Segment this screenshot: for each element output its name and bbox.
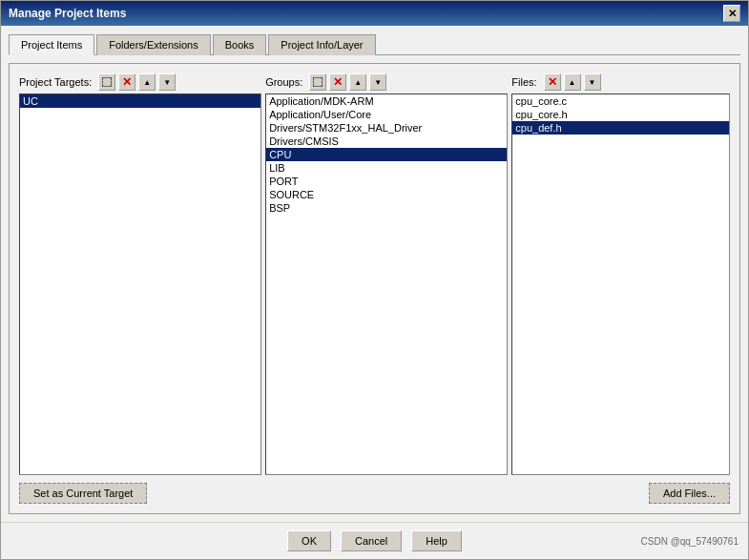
new-icon	[313, 77, 322, 87]
files-panel-header: Files: ✕	[511, 73, 730, 91]
new-icon	[102, 77, 112, 87]
groups-new-button[interactable]	[309, 73, 326, 91]
files-down-button[interactable]	[584, 73, 601, 91]
targets-delete-button[interactable]: ✕	[118, 73, 135, 91]
targets-list[interactable]: UC	[19, 93, 261, 475]
files-label: Files:	[511, 76, 536, 88]
down-arrow-icon	[589, 77, 596, 87]
targets-up-button[interactable]	[138, 73, 156, 91]
down-arrow-icon	[374, 77, 382, 87]
up-arrow-icon	[143, 77, 151, 87]
list-item[interactable]: SOURCE	[266, 188, 507, 201]
list-item[interactable]: PORT	[266, 175, 507, 188]
targets-panel-header: Project Targets: ✕	[19, 73, 261, 91]
files-up-button[interactable]	[564, 73, 581, 91]
files-delete-button[interactable]: ✕	[544, 73, 561, 91]
groups-up-button[interactable]	[349, 73, 366, 91]
groups-label: Groups:	[265, 76, 302, 88]
content-area: Project Targets: ✕	[9, 63, 740, 514]
tab-books[interactable]: Books	[213, 34, 267, 55]
tab-bar: Project Items Folders/Extensions Books P…	[9, 33, 740, 55]
groups-panel-header: Groups: ✕	[265, 73, 508, 91]
title-bar: Manage Project Items ✕	[1, 1, 748, 26]
list-item[interactable]: BSP	[266, 201, 507, 215]
list-item[interactable]: Application/User/Core	[266, 108, 507, 121]
close-button[interactable]: ✕	[723, 5, 740, 22]
files-panel: Files: ✕ cpu_core.c cpu_core.h	[511, 73, 730, 475]
add-files-button[interactable]: Add Files...	[649, 483, 730, 504]
main-window: Manage Project Items ✕ Project Items Fol…	[0, 0, 749, 560]
window-body: Project Items Folders/Extensions Books P…	[1, 26, 748, 522]
delete-icon: ✕	[548, 75, 557, 89]
delete-icon: ✕	[333, 75, 343, 89]
targets-label: Project Targets:	[19, 76, 92, 88]
cancel-button[interactable]: Cancel	[341, 530, 402, 551]
targets-panel: Project Targets: ✕	[19, 73, 261, 475]
groups-delete-button[interactable]: ✕	[329, 73, 346, 91]
help-button[interactable]: Help	[411, 530, 462, 551]
tab-project-items[interactable]: Project Items	[9, 34, 94, 55]
groups-panel: Groups: ✕	[265, 73, 508, 475]
window-title: Manage Project Items	[9, 7, 126, 20]
list-item[interactable]: Drivers/CMSIS	[266, 135, 507, 148]
groups-list[interactable]: Application/MDK-ARM Application/User/Cor…	[265, 93, 508, 475]
set-current-target-button[interactable]: Set as Current Target	[19, 483, 147, 504]
tab-project-info-layer[interactable]: Project Info/Layer	[268, 34, 375, 55]
list-item[interactable]: CPU	[266, 148, 507, 161]
panels-row: Project Targets: ✕	[19, 73, 730, 475]
groups-down-button[interactable]	[369, 73, 386, 91]
files-list[interactable]: cpu_core.c cpu_core.h cpu_def.h	[511, 93, 730, 475]
delete-icon: ✕	[122, 75, 132, 89]
list-item[interactable]: LIB	[266, 161, 507, 175]
ok-button[interactable]: OK	[287, 530, 331, 551]
down-arrow-icon	[163, 77, 171, 87]
list-item[interactable]: UC	[20, 94, 260, 108]
tab-folders-extensions[interactable]: Folders/Extensions	[96, 34, 211, 55]
bottom-row: Set as Current Target Add Files...	[19, 483, 730, 504]
list-item[interactable]: Application/MDK-ARM	[266, 94, 507, 108]
targets-down-button[interactable]	[158, 73, 176, 91]
list-item[interactable]: cpu_def.h	[512, 121, 729, 135]
list-item[interactable]: cpu_core.h	[512, 108, 729, 121]
targets-new-button[interactable]	[98, 73, 115, 91]
up-arrow-icon	[569, 77, 576, 87]
list-item[interactable]: cpu_core.c	[512, 94, 729, 108]
up-arrow-icon	[354, 77, 362, 87]
list-item[interactable]: Drivers/STM32F1xx_HAL_Driver	[266, 121, 507, 135]
watermark-text: CSDN @qq_57490761	[641, 536, 739, 547]
dialog-footer: OK Cancel Help CSDN @qq_57490761	[1, 522, 748, 559]
